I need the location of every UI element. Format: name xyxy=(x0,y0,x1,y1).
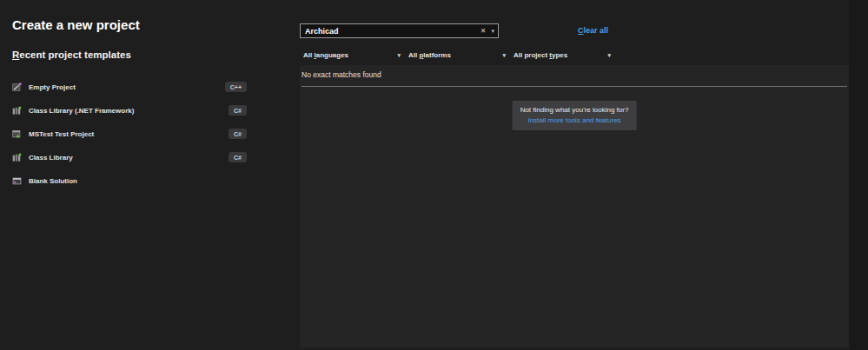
clear-all-rest: lear all xyxy=(584,26,609,35)
left-panel: Create a new project Recent project temp… xyxy=(0,0,300,350)
page-title: Create a new project xyxy=(12,17,140,32)
filter-row: All languages ▾ All platforms ▾ All proj… xyxy=(303,49,619,62)
all-languages-dropdown[interactable]: All languages ▾ xyxy=(303,49,401,62)
template-item-blank-solution[interactable]: Blank Solution xyxy=(12,171,247,190)
language-badge: C# xyxy=(229,152,247,162)
recent-templates-heading: Recent project templates xyxy=(12,50,131,60)
empty-project-icon xyxy=(12,83,22,92)
all-platforms-dropdown[interactable]: All platforms ▾ xyxy=(408,49,506,62)
search-history-chevron-down-icon[interactable]: ▾ xyxy=(489,28,498,34)
search-input[interactable] xyxy=(301,24,477,37)
all-project-types-label: All project types xyxy=(514,51,567,59)
template-search-box: ✕ ▾ xyxy=(300,23,499,38)
template-item-class-library-net-framework[interactable]: Class Library (.NET Framework) C# xyxy=(12,101,247,120)
template-name: Class Library xyxy=(29,154,73,162)
install-more-tools-link[interactable]: Install more tools and features xyxy=(520,116,629,124)
language-badge: C++ xyxy=(225,82,247,92)
class-library-icon xyxy=(12,153,22,162)
not-finding-text: Not finding what you're looking for? xyxy=(520,106,629,114)
template-name: MSTest Test Project xyxy=(29,130,94,138)
all-languages-label: All languages xyxy=(303,51,348,59)
template-item-empty-project[interactable]: Empty Project C++ xyxy=(12,77,247,96)
not-finding-box: Not finding what you're looking for? Ins… xyxy=(513,101,637,130)
chevron-down-icon: ▾ xyxy=(502,52,506,59)
chevron-down-icon: ▾ xyxy=(607,52,611,59)
results-separator xyxy=(301,86,847,87)
recent-template-list: Empty Project C++ Class Library (.NET Fr… xyxy=(12,77,247,195)
language-badge: C# xyxy=(229,105,247,116)
class-library-icon xyxy=(12,106,22,116)
all-project-types-dropdown[interactable]: All project types ▾ xyxy=(514,49,611,62)
no-match-message: No exact matches found xyxy=(301,70,381,79)
window-edge-strip xyxy=(849,0,868,350)
template-name: Class Library (.NET Framework) xyxy=(29,107,134,115)
language-badge: C# xyxy=(229,129,247,139)
clear-all-link[interactable]: Clear all xyxy=(578,26,608,35)
blank-solution-icon xyxy=(12,176,22,186)
create-new-project-dialog: Create a new project Recent project temp… xyxy=(0,0,849,350)
template-name: Empty Project xyxy=(29,83,76,91)
template-item-mstest-test-project[interactable]: MSTest Test Project C# xyxy=(12,124,247,143)
template-name: Blank Solution xyxy=(29,177,77,185)
test-project-icon xyxy=(12,129,22,139)
recent-heading-rest: ecent project templates xyxy=(19,50,130,60)
template-item-class-library[interactable]: Class Library C# xyxy=(12,148,247,167)
search-clear-icon[interactable]: ✕ xyxy=(477,28,490,35)
search-results-panel: No exact matches found Not finding what … xyxy=(300,65,849,347)
chevron-down-icon: ▾ xyxy=(397,52,401,59)
all-platforms-label: All platforms xyxy=(408,51,451,59)
